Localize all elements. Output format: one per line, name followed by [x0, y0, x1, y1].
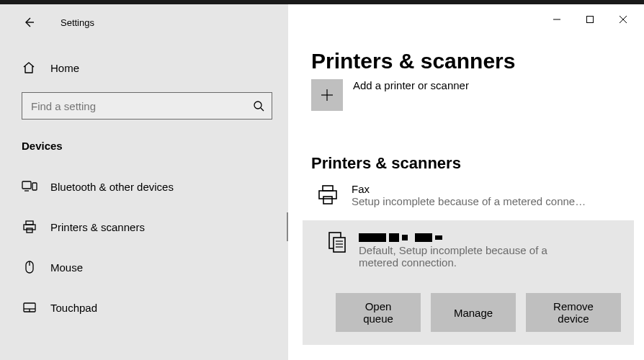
svg-rect-6 — [26, 221, 33, 225]
arrow-left-icon — [22, 16, 35, 29]
svg-rect-22 — [323, 197, 332, 204]
device-row-fax[interactable]: Fax Setup incomplete because of a metere… — [311, 183, 622, 207]
list-heading: Printers & scanners — [311, 154, 644, 173]
selected-device-card: Default, Setup incomplete because of a m… — [303, 220, 634, 345]
content-pane: Printers & scanners Add a printer or sca… — [288, 4, 644, 360]
touchpad-icon — [22, 302, 37, 313]
mouse-icon — [22, 260, 37, 274]
sidebar-item-printers[interactable]: Printers & scanners — [0, 207, 288, 247]
plus-icon — [319, 87, 335, 103]
window-title: Settings — [61, 17, 94, 28]
sidebar-item-mouse[interactable]: Mouse — [0, 247, 288, 287]
page-title: Printers & scanners — [311, 49, 644, 73]
back-button[interactable] — [20, 14, 37, 31]
remove-device-button[interactable]: Remove device — [526, 293, 621, 332]
printer-icon — [22, 220, 37, 234]
selected-device-status: Default, Setup incomplete because of a m… — [359, 244, 589, 269]
search-input[interactable] — [31, 100, 253, 112]
home-nav[interactable]: Home — [0, 53, 288, 82]
sidebar-item-label: Touchpad — [50, 302, 97, 314]
home-icon — [22, 60, 36, 75]
device-status: Setup incomplete because of a metered co… — [352, 195, 622, 207]
svg-rect-8 — [27, 228, 32, 233]
close-icon — [619, 15, 627, 24]
svg-rect-3 — [22, 181, 31, 189]
svg-rect-4 — [32, 183, 37, 190]
section-heading: Devices — [22, 140, 288, 152]
search-input-wrap[interactable] — [22, 92, 272, 120]
svg-rect-21 — [319, 191, 336, 199]
selected-device-name — [359, 230, 621, 243]
svg-rect-20 — [323, 186, 333, 191]
minimize-icon — [553, 15, 561, 24]
open-queue-button[interactable]: Open queue — [336, 293, 421, 332]
sidebar-item-label: Printers & scanners — [50, 221, 145, 233]
printer-icon — [320, 230, 353, 253]
home-label: Home — [50, 62, 79, 74]
svg-rect-24 — [334, 238, 345, 252]
close-button[interactable] — [607, 9, 640, 30]
device-name: Fax — [352, 183, 622, 195]
add-printer-label: Add a printer or scanner — [353, 79, 469, 91]
manage-button[interactable]: Manage — [431, 293, 516, 332]
svg-rect-7 — [24, 225, 35, 230]
maximize-icon — [586, 15, 594, 24]
sidebar: Settings Home Devices Bluetooth & oth — [0, 4, 288, 360]
devices-icon — [22, 180, 37, 193]
search-icon — [253, 100, 264, 112]
svg-point-1 — [254, 102, 261, 109]
svg-rect-15 — [587, 17, 594, 23]
maximize-button[interactable] — [573, 9, 607, 30]
add-printer-row[interactable]: Add a printer or scanner — [311, 79, 644, 111]
sidebar-item-label: Bluetooth & other devices — [50, 181, 174, 193]
svg-line-2 — [261, 108, 264, 111]
sidebar-item-bluetooth[interactable]: Bluetooth & other devices — [0, 166, 288, 207]
printer-icon — [311, 184, 344, 206]
add-tile — [311, 79, 343, 111]
sidebar-item-label: Mouse — [50, 261, 83, 274]
minimize-button[interactable] — [540, 9, 573, 30]
sidebar-item-touchpad[interactable]: Touchpad — [0, 287, 288, 328]
